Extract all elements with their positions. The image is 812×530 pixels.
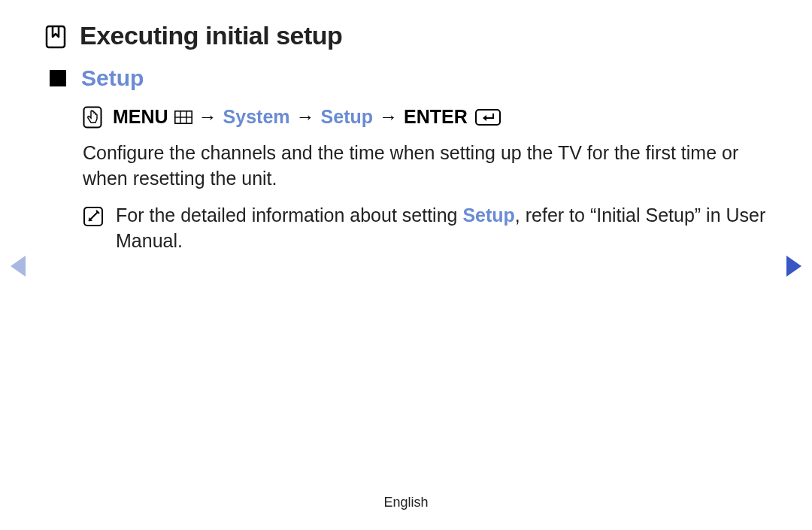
footer-language: English	[0, 495, 812, 510]
nav-enter-label: ENTER	[404, 104, 468, 130]
nav-separator: →	[377, 104, 399, 130]
bookmark-icon	[45, 25, 66, 49]
enter-return-icon	[475, 109, 501, 126]
nav-separator: →	[295, 104, 317, 130]
svg-rect-1	[84, 107, 102, 127]
nav-setup-label: Setup	[321, 104, 373, 130]
note-icon	[83, 206, 104, 227]
note-row: For the detailed information about setti…	[83, 203, 767, 254]
content-block: MENU → System → Setup → ENTER	[83, 104, 767, 254]
note-text: For the detailed information about setti…	[116, 203, 767, 254]
touch-hand-icon	[83, 106, 102, 129]
nav-system-label: System	[223, 104, 290, 130]
section-row: Setup	[50, 65, 767, 91]
square-bullet-icon	[50, 70, 66, 86]
nav-menu-label: MENU	[113, 104, 168, 130]
next-page-button[interactable]	[786, 256, 801, 277]
title-row: Executing initial setup	[45, 21, 767, 50]
menu-grid-icon	[174, 111, 192, 124]
description-text: Configure the channels and the time when…	[83, 141, 767, 192]
note-highlight: Setup	[462, 204, 514, 226]
note-prefix: For the detailed information about setti…	[116, 204, 462, 226]
svg-rect-0	[47, 26, 65, 47]
page-title: Executing initial setup	[80, 21, 342, 50]
previous-page-button[interactable]	[11, 256, 26, 277]
section-heading: Setup	[81, 65, 144, 91]
nav-separator: →	[197, 104, 219, 130]
navigation-path: MENU → System → Setup → ENTER	[83, 104, 767, 130]
